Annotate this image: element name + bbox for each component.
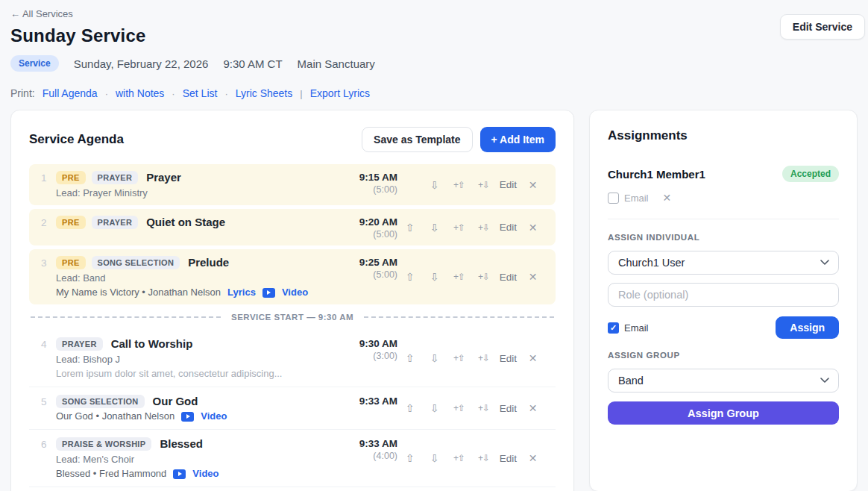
move-down-button[interactable]: ⇩ — [422, 179, 447, 191]
save-as-template-button[interactable]: Save as Template — [362, 127, 472, 152]
item-song: My Name is Victory • Jonathan Nelson — [56, 287, 221, 298]
item-note: Lorem ipsum dolor sit amet, consectetur … — [56, 368, 342, 380]
agenda-title: Service Agenda — [29, 132, 124, 147]
add-above-button[interactable]: +⇧ — [447, 272, 471, 282]
video-link[interactable]: Video — [282, 287, 308, 298]
edit-item-button[interactable]: Edit — [496, 403, 521, 414]
item-duration: (5:00) — [342, 269, 397, 280]
back-link[interactable]: ← All Services — [10, 8, 858, 19]
move-down-button[interactable]: ⇩ — [422, 402, 447, 414]
assign-group-button[interactable]: Assign Group — [608, 401, 839, 425]
remove-item-button[interactable]: ✕ — [521, 271, 545, 283]
lyrics-link[interactable]: Lyrics — [227, 287, 256, 298]
item-lead: Lead: Prayer Ministry — [56, 187, 342, 199]
edit-item-button[interactable]: Edit — [496, 179, 521, 190]
dot-separator: · — [172, 88, 174, 99]
move-up-button[interactable]: ⇧ — [397, 402, 422, 414]
add-item-button[interactable]: + Add Item — [480, 127, 556, 152]
print-bar: Print: Full Agenda · with Notes · Set Li… — [10, 87, 858, 99]
category-badge: PRAISE & WORSHIP — [56, 437, 151, 451]
individual-select[interactable]: Church1 User — [608, 251, 839, 275]
group-select[interactable]: Band — [608, 369, 839, 393]
service-time: 9:30 AM CT — [223, 57, 282, 70]
item-number: 1 — [37, 170, 56, 199]
member-email-checkbox[interactable] — [608, 193, 619, 204]
member-email-label: Email — [624, 193, 649, 204]
member-name: Church1 Member1 — [608, 168, 705, 181]
add-below-button[interactable]: +⇩ — [471, 453, 496, 463]
print-with-notes-link[interactable]: with Notes — [116, 87, 164, 99]
move-up-button[interactable]: ⇧ — [397, 271, 422, 283]
agenda-item-partial: 7 PRAISE & WORSHIP Guest Welcome 9:37 AM… — [29, 487, 556, 491]
move-up-button[interactable]: ⇧ — [397, 352, 422, 364]
email-label: Email — [624, 322, 649, 334]
item-time: 9:15 AM — [342, 172, 397, 183]
item-title: Prayer — [146, 171, 181, 184]
service-start-label: SERVICE START — 9:30 AM — [231, 313, 353, 322]
move-down-button[interactable]: ⇩ — [422, 222, 447, 234]
email-checkbox[interactable]: ✓ — [608, 322, 619, 334]
individual-select-value: Church1 User — [618, 257, 685, 269]
add-above-button[interactable]: +⇧ — [447, 403, 471, 413]
print-set-list-link[interactable]: Set List — [183, 87, 218, 99]
video-link[interactable]: Video — [192, 468, 218, 480]
assign-button[interactable]: Assign — [776, 316, 839, 339]
add-above-button[interactable]: +⇧ — [447, 180, 471, 190]
remove-item-button[interactable]: ✕ — [521, 222, 545, 234]
agenda-item-prayer: 1 PRE PRAYER Prayer Lead: Prayer Ministr… — [29, 164, 556, 205]
pre-badge: PRE — [56, 216, 86, 229]
move-down-button[interactable]: ⇩ — [422, 452, 447, 464]
item-number: 3 — [37, 255, 56, 298]
item-number: 6 — [37, 437, 56, 480]
item-song: Blessed • Fred Hammond — [56, 468, 166, 480]
agenda-item-quiet-on-stage: 2 PRE PRAYER Quiet on Stage 9:20 AM (5:0… — [29, 209, 556, 246]
assignments-title: Assignments — [608, 128, 839, 143]
item-time: 9:20 AM — [342, 216, 397, 228]
remove-item-button[interactable]: ✕ — [521, 352, 545, 364]
dot-separator: · — [224, 88, 227, 99]
email-checkbox-row[interactable]: ✓ Email — [608, 322, 649, 334]
edit-item-button[interactable]: Edit — [496, 222, 521, 233]
add-below-button[interactable]: +⇩ — [471, 403, 496, 413]
print-full-agenda-link[interactable]: Full Agenda — [43, 87, 98, 99]
divider-dash — [31, 316, 221, 318]
video-link[interactable]: Video — [201, 410, 227, 422]
service-start-divider: SERVICE START — 9:30 AM — [31, 312, 554, 322]
item-title: Quiet on Stage — [146, 216, 225, 228]
remove-assignment-button[interactable]: ✕ — [663, 192, 672, 204]
add-below-button[interactable]: +⇩ — [471, 180, 496, 190]
agenda-item-call-to-worship: 4 PRAYER Call to Worship Lead: Bishop J … — [29, 330, 556, 387]
edit-item-button[interactable]: Edit — [496, 453, 521, 464]
service-meta: Service Sunday, February 22, 2026 9:30 A… — [10, 55, 858, 72]
assignment-member-row: Church1 Member1 Accepted — [608, 166, 839, 182]
remove-item-button[interactable]: ✕ — [521, 402, 545, 414]
add-above-button[interactable]: +⇧ — [447, 353, 471, 363]
remove-item-button[interactable]: ✕ — [521, 179, 545, 191]
add-below-button[interactable]: +⇩ — [471, 222, 496, 233]
add-below-button[interactable]: +⇩ — [471, 272, 496, 282]
remove-item-button[interactable]: ✕ — [521, 452, 545, 464]
item-time: 9:33 AM — [342, 438, 397, 449]
move-up-button[interactable]: ⇧ — [397, 452, 422, 464]
divider — [608, 219, 839, 219]
edit-service-button[interactable]: Edit Service — [780, 14, 865, 40]
print-lyric-sheets-link[interactable]: Lyric Sheets — [236, 87, 293, 99]
add-below-button[interactable]: +⇩ — [471, 353, 496, 363]
item-duration: (4:00) — [342, 451, 397, 461]
add-above-button[interactable]: +⇧ — [447, 453, 471, 463]
divider-dash — [364, 316, 554, 318]
role-input[interactable] — [608, 283, 839, 307]
move-up-button[interactable]: ⇧ — [397, 222, 422, 234]
chevron-down-icon — [820, 378, 829, 384]
export-lyrics-link[interactable]: Export Lyrics — [310, 87, 370, 99]
add-above-button[interactable]: +⇧ — [447, 222, 471, 233]
item-lead: Lead: Band — [56, 272, 342, 284]
edit-item-button[interactable]: Edit — [496, 272, 521, 283]
edit-item-button[interactable]: Edit — [496, 353, 521, 364]
pipe-separator: | — [300, 88, 302, 99]
item-number: 4 — [37, 337, 56, 380]
item-song: Our God • Jonathan Nelson — [56, 410, 174, 422]
item-title: Blessed — [160, 437, 203, 450]
move-down-button[interactable]: ⇩ — [422, 352, 447, 364]
move-down-button[interactable]: ⇩ — [422, 271, 447, 283]
